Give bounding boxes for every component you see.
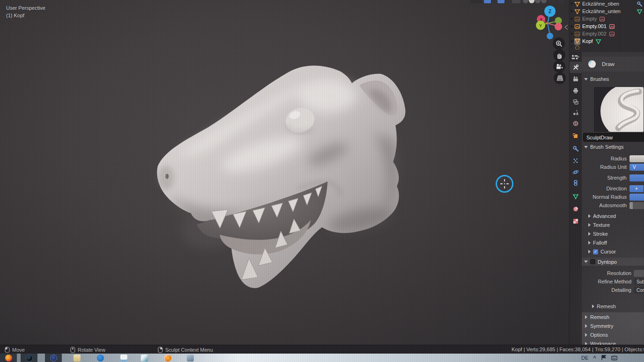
navigation-gizmo[interactable]: Z X Y [528,2,567,41]
image-data-icon[interactable] [609,23,615,29]
dyntopo-checkbox[interactable] [590,259,595,264]
snap-dropdown[interactable] [491,0,496,3]
autosmooth-slider[interactable] [629,202,644,209]
tab-world[interactable] [570,118,582,129]
brushes-panel-header[interactable]: Brushes [582,76,644,82]
cursor-checkbox[interactable]: ✓ [593,249,598,254]
outliner-row-eckzaehne-unten[interactable]: Eckzähne_unten [570,7,644,15]
falloff-section-header[interactable]: Falloff [582,240,644,246]
symmetry-panel-header[interactable]: Symmetry [582,321,644,331]
expand-arrow-icon[interactable] [571,40,573,43]
strength-slider[interactable] [629,174,644,181]
remesh-panel-header[interactable]: Remesh [582,312,644,322]
gizmo-z-neg-axis [547,33,553,39]
image-data-icon[interactable] [609,31,615,37]
outliner-row-eckzaehne-oben[interactable]: Eckzähne_oben [570,0,644,7]
tab-tool[interactable] [570,62,582,73]
mesh-data-icon[interactable] [595,38,601,44]
tab-object[interactable] [570,130,582,142]
taskbar-tray: DE ^ [581,354,617,362]
tab-physics[interactable] [570,167,582,178]
tray-keyboard-icon[interactable] [611,355,617,361]
cursor-section-header[interactable]: ✓ Cursor [582,249,644,254]
outliner-item-label[interactable]: Empty.002 [582,31,607,36]
taskbar-files[interactable] [68,354,85,362]
proportional-dropdown[interactable] [505,0,509,3]
taskbar-headset-app[interactable] [45,354,62,362]
svg-text:Y: Y [539,23,542,28]
image-data-icon[interactable] [599,16,605,22]
3d-viewport[interactable]: User Perspective (1) Kopf Z X Y [0,0,569,345]
language-indicator[interactable]: DE [581,355,588,361]
radius-unit-dropdown[interactable]: V [629,164,644,171]
tray-flag-icon[interactable] [601,355,607,361]
detailing-dropdown[interactable]: Con [634,287,644,294]
workspace-panel-header[interactable]: Workspace [582,339,644,345]
brush-settings-panel-header[interactable]: Brush Settings [582,144,644,150]
tab-render[interactable] [570,73,582,85]
snap-toggle[interactable] [484,0,491,3]
direction-plus-button[interactable]: + [629,185,644,192]
outliner-row-empty-001[interactable]: Empty.001 [570,22,644,30]
taskbar-notes-app[interactable] [136,354,153,362]
tab-output[interactable] [570,85,582,96]
sidebar-collapse-arrow[interactable]: < [564,22,568,33]
modifier-wrench-icon[interactable] [637,1,643,7]
orthographic-toggle-button[interactable] [554,72,566,84]
expand-arrow-icon[interactable] [571,17,573,20]
refine-method-dropdown[interactable]: Sub [634,278,644,285]
tab-particles[interactable] [570,155,582,167]
expand-arrow-icon[interactable] [571,10,573,13]
pan-button[interactable] [553,49,565,61]
expand-arrow-icon[interactable] [571,2,573,5]
outliner-item-label[interactable]: Eckzähne_oben [582,1,619,7]
advanced-section-header[interactable]: Advanced [582,213,644,219]
outliner-row-kopf[interactable]: Kopf [570,37,644,45]
properties-tab-column [570,52,582,345]
outliner-item-label[interactable]: Empty [582,16,597,22]
outliner-item-label[interactable]: Empty.001 [582,23,607,29]
brush-preview[interactable] [594,87,644,132]
taskbar-blender[interactable] [159,354,176,362]
taskbar-app[interactable] [182,354,198,362]
resolution-slider[interactable] [634,270,644,277]
proportional-edit-toggle[interactable] [498,0,505,3]
mesh-data-icon[interactable] [637,8,643,14]
camera-view-button[interactable] [553,60,565,72]
transform-orientation-dropdown[interactable] [470,0,483,3]
outliner-row-empty-002[interactable]: Empty.002 [570,30,644,37]
taskbar-steam[interactable] [21,354,37,362]
normal-radius-slider[interactable] [629,194,644,201]
zoom-button[interactable] [553,37,565,50]
radius-label: Radius [582,155,627,162]
modifier-wrench-icon [572,145,579,152]
brush-name-field[interactable] [583,133,644,142]
options-panel-header[interactable]: Options [582,330,644,340]
overlays-button[interactable] [512,0,520,3]
tray-expand-arrow[interactable]: ^ [593,355,596,361]
dyntopo-panel-header[interactable]: Dyntopo [582,258,644,266]
radius-slider[interactable] [629,155,644,162]
taskbar-firefox[interactable] [0,354,17,362]
tab-constraints[interactable] [570,177,582,188]
dyntopo-panel-label: Dyntopo [598,259,617,265]
editor-type-button[interactable] [570,53,582,61]
tab-material[interactable] [570,203,582,215]
texture-section-header[interactable]: Texture [582,222,644,228]
taskbar-audio-app[interactable] [115,354,132,362]
tab-texture[interactable] [570,216,582,227]
tab-view-layer[interactable] [570,96,582,108]
tab-scene[interactable] [570,107,582,118]
outliner-item-label[interactable]: Kopf [582,38,593,44]
status-hint-sculpt-context-menu: Sculpt Context Menu [158,345,213,354]
expand-arrow-icon[interactable] [571,25,573,28]
outliner-row-empty[interactable]: Empty [570,15,644,22]
taskbar-thunderbird[interactable] [92,354,109,362]
dyntopo-remesh-subpanel-header[interactable]: Remesh [582,304,644,309]
expand-arrow-icon[interactable] [571,32,573,35]
cursor-section-label: Cursor [600,249,616,254]
tab-modifiers[interactable] [570,143,582,154]
tab-object-data[interactable] [570,191,582,202]
outliner-item-label[interactable]: Eckzähne_unten [582,8,621,14]
stroke-section-header[interactable]: Stroke [582,231,644,237]
